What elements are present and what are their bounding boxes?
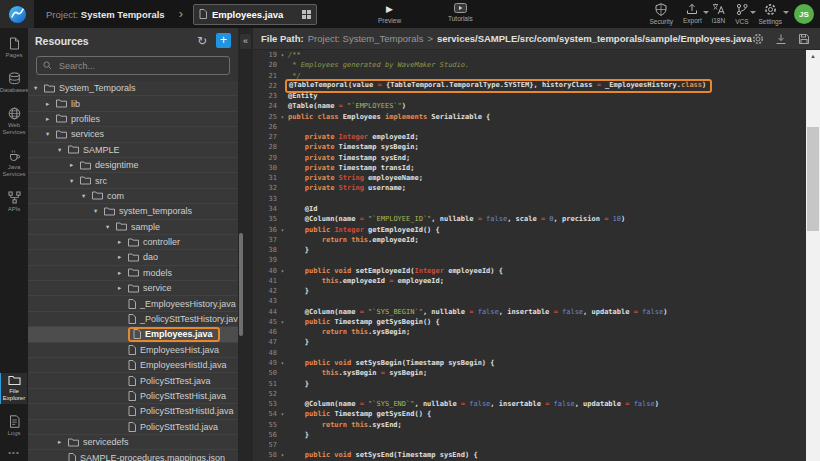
- search-box[interactable]: [36, 56, 230, 75]
- tree-folder-sample[interactable]: ▾SAMPLE: [28, 143, 238, 158]
- tree-folder-service[interactable]: ▸service: [28, 281, 238, 296]
- sidebar-item-apis[interactable]: APIs: [0, 189, 28, 215]
- chevron-right-icon[interactable]: ▸: [46, 100, 56, 108]
- chevron-down-icon[interactable]: ▾: [46, 130, 56, 138]
- code-line-37[interactable]: 37 return this.employeeId;: [253, 235, 806, 245]
- code-line-24[interactable]: 24@Table(name = "`EMPLOYEES`"): [253, 101, 806, 111]
- code-line-22[interactable]: 22@TableTemporal(value = {TableTemporal.…: [253, 81, 806, 91]
- sidebar-item-pages[interactable]: Pages: [0, 35, 28, 61]
- tree-folder-system_temporals[interactable]: ▾System_Temporals: [28, 81, 238, 96]
- tree-file-policystttesthist.java[interactable]: PolicySttTestHist.java: [28, 389, 238, 404]
- chevron-down-icon[interactable]: ▾: [34, 84, 44, 92]
- chevron-right-icon[interactable]: ▸: [70, 161, 80, 169]
- tree-file-sample-procedures.mappings.json[interactable]: SAMPLE-procedures.mappings.json: [28, 450, 238, 461]
- tree-folder-designtime[interactable]: ▸designtime: [28, 158, 238, 173]
- editor-scrollbar[interactable]: ▲: [806, 50, 820, 461]
- tree-folder-system_temporals[interactable]: ▾system_temporals: [28, 204, 238, 219]
- tree-file-employees.java[interactable]: Employees.java: [28, 327, 238, 342]
- code-line-58[interactable]: 58▾ public void setSysEnd(Timestamp sysE…: [253, 450, 806, 460]
- chevron-right-icon[interactable]: ▸: [118, 253, 128, 261]
- preview-button[interactable]: ▶ Preview: [378, 3, 401, 24]
- code-line-42[interactable]: 42 }: [253, 286, 806, 296]
- tree-folder-servicedefs[interactable]: ▸servicedefs: [28, 435, 238, 450]
- code-line-45[interactable]: 45▾ public Timestamp getSysBegin() {: [253, 317, 806, 327]
- tree-file-employeeshist.java[interactable]: EmployeesHist.java: [28, 343, 238, 358]
- settings-button[interactable]: Settings: [759, 3, 783, 25]
- fold-arrow-icon[interactable]: ▾: [277, 317, 288, 327]
- code-line-55[interactable]: 55 return this.sysEnd;: [253, 420, 806, 430]
- save-icon[interactable]: [798, 33, 810, 45]
- tree-folder-lib[interactable]: ▸lib: [28, 96, 238, 111]
- vcs-button[interactable]: VCS: [735, 3, 748, 25]
- refresh-icon[interactable]: ↻: [197, 34, 207, 48]
- code-line-34[interactable]: 34 @Id: [253, 204, 806, 214]
- chevron-down-icon[interactable]: ▾: [106, 223, 116, 231]
- code-line-25[interactable]: 25▾public class Employees implements Ser…: [253, 112, 806, 122]
- code-line-28[interactable]: 28 private Timestamp sysBegin;: [253, 142, 806, 152]
- export-button[interactable]: Export: [683, 3, 702, 24]
- tree-file-policystttesthistid.java[interactable]: PolicySttTestHistId.java: [28, 404, 238, 419]
- sidebar-item-web-services[interactable]: Web Services: [0, 105, 28, 138]
- code-line-56[interactable]: 56 }: [253, 430, 806, 440]
- code-line-52[interactable]: 52: [253, 389, 806, 399]
- add-resource-button[interactable]: +: [216, 33, 231, 48]
- fold-arrow-icon[interactable]: ▾: [277, 225, 288, 235]
- tree-folder-sample[interactable]: ▾sample: [28, 220, 238, 235]
- tree-folder-controller[interactable]: ▸controller: [28, 235, 238, 250]
- fold-arrow-icon[interactable]: ▾: [277, 450, 288, 460]
- code-line-19[interactable]: 19▾/**: [253, 50, 806, 60]
- chevron-down-icon[interactable]: ▾: [58, 146, 68, 154]
- chevron-right-icon[interactable]: ▸: [46, 115, 56, 123]
- user-avatar[interactable]: JS: [794, 4, 814, 24]
- code-line-27[interactable]: 27 private Integer employeeId;: [253, 132, 806, 142]
- tree-file-policystttest.java[interactable]: PolicySttTest.java: [28, 373, 238, 388]
- sidebar-item-file-explorer[interactable]: File Explorer: [0, 373, 27, 404]
- fold-arrow-icon[interactable]: ▾: [277, 266, 288, 276]
- chevron-right-icon[interactable]: ▸: [118, 269, 128, 277]
- search-input[interactable]: [57, 60, 223, 72]
- chevron-right-icon[interactable]: ▸: [118, 284, 128, 292]
- code-line-36[interactable]: 36▾ public Integer getEmployeeId() {: [253, 225, 806, 235]
- sidebar-item-logs[interactable]: Logs: [0, 413, 28, 439]
- tree-folder-profiles[interactable]: ▸profiles: [28, 112, 238, 127]
- chevron-down-icon[interactable]: ▾: [70, 177, 80, 185]
- scrollbar-up-arrow[interactable]: ▲: [806, 50, 820, 61]
- tree-file-_policystttesthistory.java[interactable]: _PolicySttTestHistory.java: [28, 312, 238, 327]
- code-line-29[interactable]: 29 private Timestamp sysEnd;: [253, 153, 806, 163]
- tab-employees-java[interactable]: Employees.java: [193, 4, 317, 25]
- code-line-51[interactable]: 51 }: [253, 379, 806, 389]
- code-line-32[interactable]: 32 private String username;: [253, 183, 806, 193]
- tree-scrollbar-thumb[interactable]: [239, 233, 243, 336]
- tree-file-employeeshistid.java[interactable]: EmployeesHistId.java: [28, 358, 238, 373]
- tree-folder-models[interactable]: ▸models: [28, 266, 238, 281]
- code-line-35[interactable]: 35 @Column(name = "`EMPLOYEE_ID`", nulla…: [253, 214, 806, 224]
- grid-icon[interactable]: [302, 10, 311, 19]
- code-line-40[interactable]: 40▾ public void setEmployeeId(Integer em…: [253, 266, 806, 276]
- code-line-38[interactable]: 38 }: [253, 245, 806, 255]
- code-line-26[interactable]: 26: [253, 122, 806, 132]
- fold-arrow-icon[interactable]: ▾: [277, 358, 288, 368]
- code-line-39[interactable]: 39: [253, 255, 806, 265]
- code-line-48[interactable]: 48: [253, 348, 806, 358]
- sidebar-item-java-services[interactable]: Java Services: [0, 147, 28, 180]
- tree-file-policystttestid.java[interactable]: PolicySttTestId.java: [28, 420, 238, 435]
- tutorials-button[interactable]: Tutorials: [448, 3, 473, 22]
- tree-folder-dao[interactable]: ▸dao: [28, 250, 238, 265]
- tree-folder-com[interactable]: ▾com: [28, 189, 238, 204]
- chevron-right-icon[interactable]: ▸: [118, 238, 128, 246]
- i18n-button[interactable]: i18N: [712, 3, 725, 24]
- file-settings-gear-icon[interactable]: [752, 33, 764, 45]
- fold-arrow-icon[interactable]: ▾: [277, 50, 288, 60]
- chevron-down-icon[interactable]: ▾: [82, 192, 92, 200]
- code-line-57[interactable]: 57: [253, 440, 806, 450]
- sidebar-more-button[interactable]: •••: [8, 448, 19, 457]
- code-line-41[interactable]: 41 this.employeeId = employeeId;: [253, 276, 806, 286]
- code-line-43[interactable]: 43: [253, 296, 806, 306]
- fold-arrow-icon[interactable]: ▾: [277, 112, 288, 122]
- code-line-30[interactable]: 30 private Timestamp transId;: [253, 163, 806, 173]
- code-line-50[interactable]: 50 this.sysBegin = sysBegin;: [253, 368, 806, 378]
- code-line-44[interactable]: 44 @Column(name = "`SYS_BEGIN`", nullabl…: [253, 307, 806, 317]
- scrollbar-thumb[interactable]: [807, 127, 819, 231]
- chevron-right-icon[interactable]: ▸: [58, 438, 68, 446]
- tree-folder-services[interactable]: ▾services: [28, 127, 238, 142]
